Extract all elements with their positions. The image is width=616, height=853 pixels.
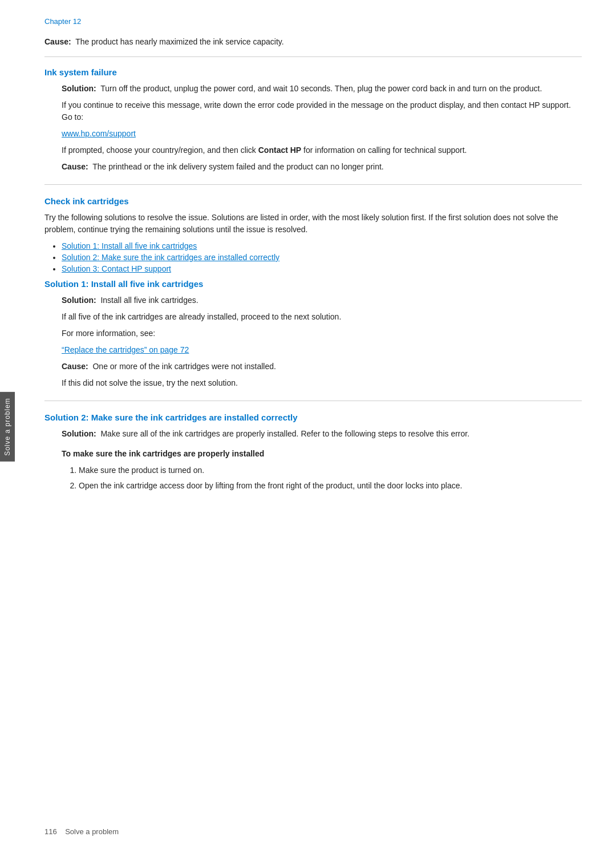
s2-solution-text: Make sure all of the ink cartridges are …: [100, 429, 469, 438]
solution2-section: Solution 2: Make sure the ink cartridges…: [44, 413, 582, 492]
top-cause-text: Cause: The product has nearly maximized …: [44, 37, 582, 46]
s1-para3: If this did not solve the issue, try the…: [62, 377, 582, 389]
bullet-item-1: Solution 1: Install all five ink cartrid…: [62, 241, 582, 250]
ink-system-para2: If prompted, choose your country/region,…: [62, 144, 582, 156]
s1-solution-label: Solution:: [62, 296, 96, 305]
sidebar-tab: Solve a problem: [0, 0, 16, 853]
ink-system-para1: If you continue to receive this message,…: [62, 99, 582, 123]
bullet-item-3: Solution 3: Contact HP support: [62, 264, 582, 273]
footer-page-number: 116: [44, 827, 57, 836]
top-cause-label: Cause:: [44, 37, 71, 46]
s1-para2: For more information, see:: [62, 328, 582, 339]
s1-cause-para: Cause: One or more of the ink cartridges…: [62, 361, 582, 373]
ink-system-link-para: www.hp.com/support: [62, 128, 582, 140]
s2-steps-list: Make sure the product is turned on. Open…: [79, 464, 582, 492]
sidebar-tab-label: Solve a problem: [0, 392, 15, 462]
para2-end: for information on calling for technical…: [301, 145, 467, 155]
solution1-heading: Solution 1: Install all five ink cartrid…: [44, 279, 582, 289]
main-content: Chapter 12 Cause: The product has nearly…: [16, 0, 616, 853]
s1-link-para: “Replace the cartridges” on page 72: [62, 344, 582, 356]
ink-system-cause-para: Cause: The printhead or the ink delivery…: [62, 161, 582, 173]
solution2-heading: Solution 2: Make sure the ink cartridges…: [44, 413, 582, 422]
top-cause-value: The product has nearly maximized the ink…: [75, 37, 283, 46]
chapter-header: Chapter 12: [44, 17, 582, 26]
s2-solution-label: Solution:: [62, 429, 96, 438]
ink-system-failure-section: Ink system failure Solution: Turn off th…: [44, 67, 582, 173]
solution2-solution-para: Solution: Make sure all of the ink cartr…: [62, 428, 582, 440]
para2-start: If prompted, choose your country/region,…: [62, 145, 258, 155]
solution1-section: Solution 1: Install all five ink cartrid…: [44, 279, 582, 389]
solution-text: Turn off the product, unplug the power c…: [100, 84, 542, 93]
top-cause-block: Cause: The product has nearly maximized …: [44, 37, 582, 57]
solution2-link[interactable]: Solution 2: Make sure the ink cartridges…: [62, 253, 279, 262]
solution1-solution-para: Solution: Install all five ink cartridge…: [62, 294, 582, 306]
divider-2: [44, 401, 582, 401]
s1-solution-text: Install all five ink cartridges.: [100, 296, 198, 305]
footer-text: Solve a problem: [65, 827, 119, 836]
s1-para1: If all five of the ink cartridges are al…: [62, 311, 582, 323]
ink-system-failure-heading: Ink system failure: [44, 67, 582, 77]
check-ink-cartridges-heading: Check ink cartridges: [44, 196, 582, 206]
s2-step-1: Make sure the product is turned on.: [79, 464, 582, 476]
solution-label: Solution:: [62, 84, 96, 93]
bullet-item-2: Solution 2: Make sure the ink cartridges…: [62, 253, 582, 262]
divider-1: [44, 184, 582, 185]
check-ink-cartridges-section: Check ink cartridges Try the following s…: [44, 196, 582, 273]
hp-support-link[interactable]: www.hp.com/support: [62, 129, 136, 138]
solution2-content: Solution: Make sure all of the ink cartr…: [62, 428, 582, 492]
s2-step-2-text: Open the ink cartridge access door by li…: [79, 481, 462, 490]
check-ink-intro: Try the following solutions to resolve t…: [44, 212, 582, 236]
solution3-link[interactable]: Solution 3: Contact HP support: [62, 264, 171, 273]
page-footer: 116 Solve a problem: [44, 827, 119, 836]
replace-cartridges-link[interactable]: “Replace the cartridges” on page 72: [62, 345, 189, 354]
ink-cause-text: The printhead or the ink delivery system…: [92, 162, 384, 171]
contact-hp-bold: Contact HP: [258, 145, 301, 155]
s2-sub-heading: To make sure the ink cartridges are prop…: [62, 448, 582, 460]
solution1-content: Solution: Install all five ink cartridge…: [62, 294, 582, 389]
ink-system-failure-content: Solution: Turn off the product, unplug t…: [62, 83, 582, 173]
ink-system-solution-para: Solution: Turn off the product, unplug t…: [62, 83, 582, 95]
s1-cause-label: Cause:: [62, 362, 88, 371]
s2-step-2: Open the ink cartridge access door by li…: [79, 480, 582, 492]
solution1-link[interactable]: Solution 1: Install all five ink cartrid…: [62, 241, 197, 250]
s2-step-1-text: Make sure the product is turned on.: [79, 466, 204, 475]
s1-cause-text: One or more of the ink cartridges were n…: [92, 362, 275, 371]
check-ink-bullets: Solution 1: Install all five ink cartrid…: [62, 241, 582, 273]
ink-cause-label: Cause:: [62, 162, 88, 171]
page-wrapper: Solve a problem Chapter 12 Cause: The pr…: [0, 0, 616, 853]
